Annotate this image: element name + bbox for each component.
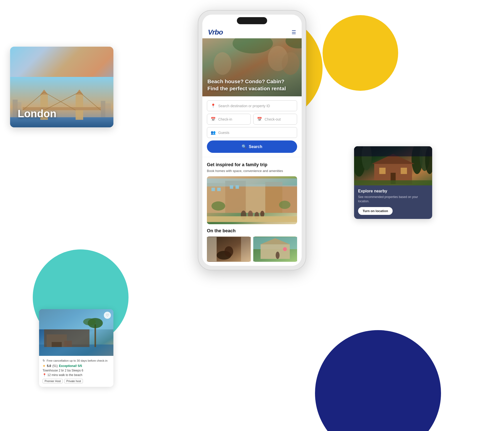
listing-card[interactable]: ♡ ↻ Free cancellation up to 30 days befo… [39, 309, 113, 387]
beach-grid [207, 237, 297, 262]
svg-rect-54 [207, 237, 217, 262]
svg-rect-14 [105, 103, 111, 117]
family-photo [207, 176, 297, 224]
rating-label: Exceptional! 5/5 [59, 364, 82, 368]
navy-circle [315, 330, 441, 431]
favorite-button[interactable]: ♡ [104, 312, 111, 319]
cancellation-policy: ↻ Free cancellation up to 30 days before… [43, 359, 110, 362]
location-info: 📍 12 mins walk to the beach [43, 373, 110, 377]
svg-rect-70 [379, 168, 386, 174]
inspiration-subtitle: Book homes with space, convenience and a… [207, 169, 297, 173]
calendar-checkout-icon: 📅 [257, 117, 262, 122]
explore-card-body: Explore nearby See recommended propertie… [354, 185, 432, 219]
svg-rect-48 [207, 216, 297, 222]
search-button[interactable]: 🔍 Search [207, 140, 297, 153]
property-details: Townhouse 2 br 2 ba Sleeps 6 [43, 369, 110, 372]
london-bridge-illustration [10, 77, 113, 127]
hero-title-area: Beach house? Condo? Cabin? Find the perf… [207, 78, 297, 92]
explore-title: Explore nearby [358, 189, 428, 193]
rating-score: 5.0 [47, 364, 51, 368]
host-tags: Premier Host Private host [43, 379, 110, 383]
explore-description: See recommended properties based on your… [358, 195, 428, 204]
beach-photo-1 [207, 237, 251, 262]
svg-rect-73 [354, 180, 432, 185]
refresh-icon: ↻ [43, 359, 45, 362]
location-icon: 📍 [43, 373, 46, 377]
phone-mockup: Vrbo ☰ [198, 10, 306, 270]
checkin-field[interactable]: 📅 Check-in [207, 114, 251, 125]
rating-count: (51) [52, 364, 58, 368]
svg-rect-37 [265, 182, 282, 213]
phone-screen: Vrbo ☰ [202, 15, 302, 266]
beach-photo-2 [253, 237, 297, 262]
inspiration-image [207, 176, 297, 224]
calendar-checkin-icon: 📅 [211, 117, 216, 122]
explore-nearby-card: Explore nearby See recommended propertie… [354, 146, 432, 219]
beach-title: On the beach [207, 228, 297, 234]
beach-thumbnail-2 [253, 237, 297, 262]
rating-row: ★ 5.0 (51) Exceptional! 5/5 [43, 364, 110, 368]
svg-rect-36 [246, 184, 265, 213]
beach-thumbnail-1 [207, 237, 251, 262]
svg-rect-16 [39, 309, 113, 329]
svg-point-61 [283, 247, 287, 251]
guests-icon: 👥 [211, 130, 216, 135]
svg-point-53 [225, 246, 233, 257]
listing-details: ↻ Free cancellation up to 30 days before… [39, 356, 113, 387]
svg-rect-74 [354, 146, 432, 156]
inspiration-title: Get inspired for a family trip [207, 162, 297, 167]
svg-rect-55 [241, 237, 251, 262]
premier-host-tag: Premier Host [43, 379, 63, 383]
guests-field[interactable]: 👥 Guests [207, 127, 297, 138]
london-label: London [18, 108, 56, 120]
destination-field[interactable]: 📍 Search destination or property ID [207, 100, 297, 111]
svg-rect-11 [13, 100, 18, 117]
checkin-placeholder: Check-in [218, 117, 247, 121]
svg-rect-43 [207, 179, 297, 187]
notch-bar [202, 15, 302, 26]
inspiration-section: Get inspired for a family trip Book home… [202, 157, 302, 228]
star-icon: ★ [43, 364, 46, 368]
svg-point-60 [276, 252, 279, 259]
svg-point-22 [83, 318, 96, 325]
yellow-circle-right [323, 15, 398, 91]
listing-photo [39, 309, 113, 356]
beach-section: On the beach [202, 228, 302, 266]
menu-button[interactable]: ☰ [292, 29, 296, 35]
svg-rect-71 [401, 168, 407, 174]
hero-image: Beach house? Condo? Cabin? Find the perf… [202, 38, 302, 96]
checkout-field[interactable]: 📅 Check-out [253, 114, 297, 125]
vrbo-logo: Vrbo [208, 28, 223, 36]
cabin-photo [354, 146, 432, 185]
search-icon: 🔍 [242, 144, 247, 149]
svg-point-50 [279, 201, 290, 209]
destination-placeholder: Search destination or property ID [218, 104, 293, 108]
turn-on-location-button[interactable]: Turn on location [358, 207, 393, 215]
date-row: 📅 Check-in 📅 Check-out [207, 114, 297, 125]
svg-point-47 [260, 211, 264, 217]
svg-rect-24 [64, 341, 72, 347]
svg-rect-58 [261, 244, 290, 259]
svg-rect-13 [101, 101, 105, 117]
guests-placeholder: Guests [218, 131, 293, 135]
listing-image: ♡ [39, 309, 113, 356]
phone-notch [237, 17, 267, 24]
checkout-placeholder: Check-out [265, 117, 293, 121]
explore-cabin-image [354, 146, 432, 185]
svg-rect-23 [52, 342, 62, 347]
hero-title: Beach house? Condo? Cabin? Find the perf… [207, 78, 297, 92]
private-host-tag: Private host [64, 379, 83, 383]
svg-rect-39 [211, 188, 215, 191]
app-header: Vrbo ☰ [202, 26, 302, 38]
svg-point-49 [211, 202, 225, 211]
london-card[interactable]: London [10, 47, 113, 127]
search-form: 📍 Search destination or property ID 📅 Ch… [202, 96, 302, 157]
svg-rect-40 [217, 188, 221, 191]
location-pin-icon: 📍 [211, 103, 216, 108]
